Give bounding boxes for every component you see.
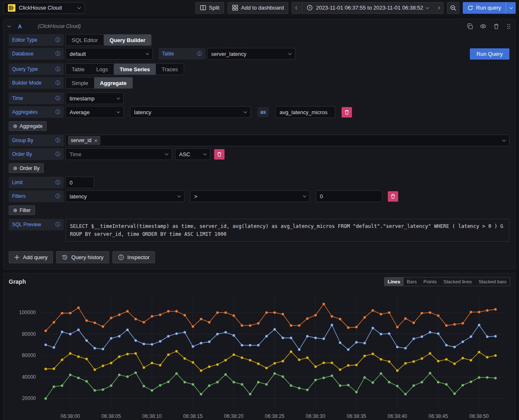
info-icon[interactable]: ⓘ <box>55 221 60 228</box>
svg-text:06:38:15: 06:38:15 <box>183 413 203 419</box>
run-query-button[interactable]: Run query <box>463 2 506 14</box>
add-query-button[interactable]: Add query <box>9 251 53 263</box>
info-icon[interactable]: ⓘ <box>55 193 60 200</box>
split-button[interactable]: Split <box>195 2 224 14</box>
add-aggregate-row: ⊕ Aggregate <box>9 121 509 131</box>
table-label: Tableⓘ <box>159 48 205 60</box>
info-icon[interactable]: ⓘ <box>55 109 60 116</box>
info-icon[interactable]: ⓘ <box>197 50 202 58</box>
chevron-down-icon <box>288 51 292 55</box>
zoom-out-time-button[interactable] <box>447 2 459 14</box>
info-icon[interactable]: ⓘ <box>55 66 60 73</box>
filters-row: Filtersⓘ latency > <box>9 190 509 202</box>
filter-operator-select[interactable]: > <box>190 190 310 202</box>
query-type-traces[interactable]: Traces <box>156 64 184 75</box>
limit-input[interactable] <box>65 177 94 188</box>
drag-handle-icon[interactable] <box>506 23 511 30</box>
remove-chip-icon[interactable]: × <box>94 138 97 144</box>
hide-response-eye-icon[interactable] <box>480 23 487 30</box>
remove-query-trash-icon[interactable] <box>493 23 499 30</box>
graph-style-bars[interactable]: Bars <box>404 278 420 286</box>
graph-title: Graph <box>9 278 26 285</box>
graph-header: Graph Lines Bars Points Stacked lines St… <box>4 273 515 287</box>
inspector-button[interactable]: Inspector <box>112 251 155 263</box>
aggregates-label: Aggregatesⓘ <box>9 106 64 118</box>
info-icon[interactable]: ⓘ <box>55 37 60 44</box>
datasource-name: ClickHouse Cloud <box>19 5 75 11</box>
graph-panel: Graph Lines Bars Points Stacked lines St… <box>3 273 516 420</box>
query-ref-id: A <box>18 23 22 30</box>
info-icon[interactable]: ⓘ <box>55 80 60 87</box>
clickhouse-logo-icon <box>8 4 15 12</box>
editor-type-sql-editor[interactable]: SQL Editor <box>66 35 104 45</box>
time-series-chart[interactable]: 2000040000600008000010000006:38:0006:38:… <box>4 287 515 420</box>
add-filter-button[interactable]: ⊕ Filter <box>9 205 35 215</box>
datasource-picker[interactable]: ClickHouse Cloud <box>3 2 85 14</box>
order-by-field-select[interactable]: Time <box>65 148 172 160</box>
time-range-picker[interactable]: 2023-11-01 06:37:55 to 2023-11-01 06:38:… <box>302 2 433 14</box>
time-shift-back-button[interactable] <box>292 2 302 14</box>
chevron-down-icon <box>502 138 506 141</box>
editor-type-query-builder[interactable]: Query Builder <box>104 35 151 45</box>
time-range-controls: 2023-11-01 06:37:55 to 2023-11-01 06:38:… <box>292 2 444 14</box>
graph-style-points[interactable]: Points <box>420 278 440 286</box>
table-select[interactable]: server_latency <box>207 48 295 60</box>
aggregate-function-select[interactable]: Average <box>65 106 124 118</box>
plus-circle-icon: ⊕ <box>13 165 17 171</box>
chevron-down-icon <box>426 5 429 9</box>
graph-style-stacked-lines[interactable]: Stacked lines <box>440 278 475 286</box>
builder-mode-toggle: Simple Aggregate <box>65 77 133 89</box>
filter-value-input[interactable] <box>316 190 382 202</box>
time-shift-forward-button[interactable] <box>433 2 444 14</box>
remove-filter-button[interactable] <box>388 191 398 202</box>
svg-text:06:38:25: 06:38:25 <box>265 413 284 419</box>
clock-icon <box>307 5 313 11</box>
chevron-down-icon <box>177 194 181 197</box>
query-type-time-series[interactable]: Time Series <box>114 64 156 75</box>
apps-icon <box>232 5 238 11</box>
aggregate-column-select[interactable]: latency <box>130 106 251 118</box>
info-icon[interactable]: ⓘ <box>55 50 60 58</box>
graph-style-toggle: Lines Bars Points Stacked lines Stacked … <box>384 277 510 286</box>
info-icon[interactable]: ⓘ <box>55 151 60 158</box>
remove-aggregate-button[interactable] <box>342 107 352 118</box>
aggregate-alias-input[interactable] <box>275 106 335 118</box>
editor-run-query-button[interactable]: Run Query <box>470 48 509 60</box>
graph-style-stacked-bars[interactable]: Stacked bars <box>475 278 510 286</box>
order-by-direction-select[interactable]: ASC <box>175 148 210 160</box>
add-to-dashboard-button[interactable]: Add to dashboard <box>227 2 289 14</box>
remove-order-by-button[interactable] <box>214 149 225 160</box>
info-icon[interactable]: ⓘ <box>55 179 60 186</box>
query-type-toggle: Table Logs Time Series Traces <box>65 63 184 75</box>
collapse-query-icon[interactable] <box>7 24 11 27</box>
graph-style-lines[interactable]: Lines <box>384 278 404 286</box>
query-row-actions <box>467 23 511 30</box>
sql-preview-row: SQL Previewⓘ SELECT $__timeInterval(time… <box>9 219 509 242</box>
run-query-dropdown-button[interactable] <box>506 2 516 14</box>
query-type-logs[interactable]: Logs <box>90 64 114 75</box>
info-icon[interactable]: ⓘ <box>55 137 60 144</box>
group-by-multiselect[interactable]: server_id× <box>65 135 509 146</box>
add-order-by-button[interactable]: ⊕ Order By <box>9 163 44 173</box>
database-select[interactable]: default <box>65 48 153 60</box>
svg-text:06:38:10: 06:38:10 <box>142 413 162 419</box>
chevron-left-icon <box>295 6 299 9</box>
query-type-table[interactable]: Table <box>66 64 90 75</box>
add-to-dashboard-label: Add to dashboard <box>241 5 284 11</box>
builder-mode-simple[interactable]: Simple <box>66 78 94 88</box>
filter-column-select[interactable]: latency <box>65 190 185 202</box>
builder-mode-aggregate[interactable]: Aggregate <box>94 78 132 88</box>
svg-text:06:38:45: 06:38:45 <box>429 413 448 419</box>
add-aggregate-button[interactable]: ⊕ Aggregate <box>9 121 47 131</box>
chevron-down-icon <box>303 194 306 197</box>
query-history-button[interactable]: Query history <box>56 251 109 263</box>
query-datasource-hint: (ClickHouse Cloud) <box>37 23 80 29</box>
query-row-header[interactable]: A (ClickHouse Cloud) <box>4 19 515 33</box>
chart-svg[interactable]: 2000040000600008000010000006:38:0006:38:… <box>7 290 512 420</box>
info-icon[interactable]: ⓘ <box>55 95 60 102</box>
query-editor-panel: A (ClickHouse Cloud) Run Query Editor Ty… <box>3 19 516 270</box>
duplicate-query-icon[interactable] <box>467 23 473 30</box>
time-column-select[interactable]: timestamp <box>65 92 124 104</box>
chevron-down-icon <box>77 5 81 9</box>
chevron-down-icon <box>165 152 168 155</box>
